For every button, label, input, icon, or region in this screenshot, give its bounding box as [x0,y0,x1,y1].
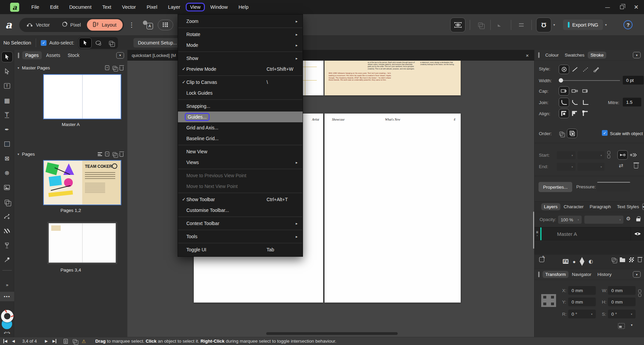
help-button[interactable]: ? [623,20,633,29]
link-ends-icon[interactable] [607,151,611,159]
fx-icon[interactable]: FX [563,259,569,264]
delete-page-icon[interactable] [120,153,123,157]
tab-navigator[interactable]: Navigator [569,271,594,278]
view-menu-item-new-view[interactable]: New View [178,146,303,157]
menu-pixel[interactable]: Pixel [141,2,162,12]
style-brush-button[interactable] [591,65,602,74]
align-outside-button[interactable] [580,109,591,118]
add-master-icon[interactable]: + [105,65,109,70]
selection-box-icon[interactable] [618,323,625,329]
horizontal-scrollbar[interactable] [266,332,398,335]
persona-vector[interactable]: Vector [21,19,56,31]
persona-layout[interactable]: Layout [87,19,123,31]
view-menu-item-show-toolbar[interactable]: ✓Show ToolbarCtrl+Alt+T [178,194,303,205]
ellipse-picture-frame-tool[interactable]: ⊗ [1,167,13,178]
arrow-at-end-button[interactable] [617,150,628,160]
edit-layer-icon[interactable] [539,257,544,262]
section-chevron-icon[interactable]: ▾ [18,152,19,156]
grid-gallery-icon[interactable] [158,20,173,30]
transparency-tool[interactable] [1,240,13,251]
snapping-dropdown-chevron-icon[interactable]: ▾ [553,23,555,27]
panel-collapse-button[interactable]: ▾ [116,52,124,59]
start-style-dropdown[interactable]: ▾ [557,151,576,159]
tab-paragraph[interactable]: Paragraph [587,203,614,210]
pen-tool[interactable]: ✒ [1,124,13,135]
scale-with-object-checkbox[interactable]: ✓ [602,130,608,136]
master-a-label[interactable]: Master A [14,122,127,127]
first-spread-button[interactable]: ◀ [3,339,7,343]
place-image-tool[interactable] [1,182,13,193]
panel-scrollbar[interactable] [533,212,534,249]
document-tab[interactable]: quickstart [Locked] [M [132,53,176,58]
tab-colour[interactable]: Colour [543,52,561,59]
character-style-icon[interactable]: A [143,21,153,29]
layer-row-master-a[interactable]: ≣› Master A [534,227,644,241]
marquee-select-button[interactable] [79,38,92,48]
fill-gradient-tool[interactable] [1,225,13,236]
menu-edit[interactable]: Edit [44,2,64,12]
y-field[interactable]: 0 mm [568,297,596,306]
view-menu-item-views[interactable]: Views▸ [178,157,303,168]
panel-drag-handle[interactable] [18,53,19,58]
move-tool[interactable] [1,52,13,62]
node-tool[interactable] [1,66,13,77]
align-button[interactable] [516,23,527,27]
join-round-button[interactable] [559,98,569,107]
restore-button[interactable] [620,5,624,9]
w-field[interactable]: 0 mm [608,286,636,295]
h-field[interactable]: 0 mm [608,297,636,306]
tab-assets[interactable]: Assets [43,51,63,59]
menu-vector[interactable]: Vector [117,2,141,12]
duplicate-button[interactable] [474,23,486,27]
view-menu-item-zoom[interactable]: Zoom▸ [178,16,303,27]
duplicate-page-icon[interactable] [113,152,116,156]
group-layers-icon[interactable] [620,258,625,262]
menu-file[interactable]: File [26,2,44,12]
delete-layer-icon[interactable] [638,258,642,262]
panel-collapse-button[interactable]: ▾ [642,203,644,210]
end-size-dropdown[interactable]: ▾ [578,163,605,171]
style-dash-button[interactable] [580,65,591,74]
anchor-selector[interactable] [541,294,556,307]
layer-name[interactable]: Master A [557,231,577,237]
rectangle-tool[interactable] [1,138,13,149]
view-menu-item-snapping[interactable]: Snapping... [178,101,303,112]
minimize-button[interactable]: — [605,4,610,10]
menu-text[interactable]: Text [97,2,117,12]
view-menu-item-clip-to-canvas[interactable]: ✓Clip to Canvas\ [178,77,303,88]
tools-more-icon[interactable]: ••• [0,292,14,301]
view-menu-item-guides[interactable]: Guides... [178,112,303,122]
align-centre-button[interactable] [559,109,569,118]
swap-colours-icon[interactable]: ↶↷ [0,331,14,336]
next-spread-button[interactable]: ▶ [45,339,48,343]
cap-butt-button[interactable] [559,86,569,96]
preview-mode-button[interactable] [450,18,465,32]
width-value-field[interactable]: 0 pt [623,76,644,85]
snapping-button[interactable]: Ω [536,18,551,32]
r-dropdown[interactable]: 0 °▾ [568,310,596,318]
tab-pages[interactable]: Pages [22,51,42,59]
remove-arrows-icon[interactable] [634,164,638,168]
start-size-dropdown[interactable]: ▾ [578,151,605,159]
persona-pixel[interactable]: Pixel [56,19,87,31]
export-png-button[interactable]: Export PNG [563,20,603,30]
pages-1-2-label[interactable]: Pages 1,2 [14,208,127,213]
cap-square-button[interactable] [580,86,591,96]
order-front-button[interactable] [567,129,577,138]
arrow-beyond-end-button[interactable] [628,150,639,160]
master-pages-header[interactable]: ▾ Master Pages + [14,63,127,72]
previous-spread-button[interactable]: ◀ [12,339,14,343]
pages-3-4-thumbnail[interactable] [49,223,116,263]
duplicate-master-icon[interactable] [113,66,116,69]
x-field[interactable]: 0 mm [568,286,596,295]
pages-section-header[interactable]: ▾ Pages + [14,150,127,158]
adjustment-icon[interactable]: ◐ [588,258,593,264]
gear-icon[interactable]: ⚙ [626,216,631,222]
layer-list-icon[interactable]: ≣› [534,227,540,240]
view-menu-item-customise-toolbar[interactable]: Customise Toolbar... [178,205,303,216]
flip-button[interactable] [495,24,507,26]
master-a-thumbnail[interactable] [43,74,121,119]
sort-pages-icon[interactable] [98,152,102,156]
s-dropdown[interactable]: 0 °▾ [608,310,636,318]
panel-collapse-button[interactable]: ▾ [633,52,641,58]
